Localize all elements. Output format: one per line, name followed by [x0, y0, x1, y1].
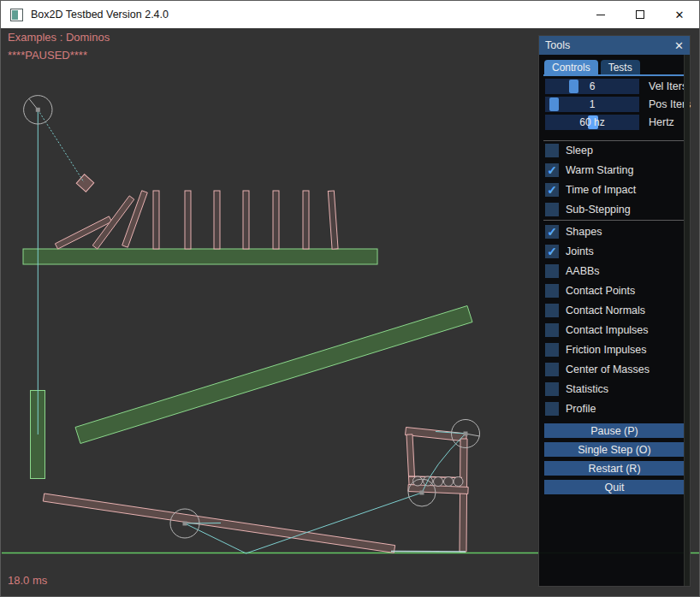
- check-icon: ✓: [547, 164, 557, 176]
- checkbox-box[interactable]: ✓: [545, 304, 559, 317]
- tab-tests[interactable]: Tests: [601, 60, 640, 74]
- cradle-balls[interactable]: [413, 476, 464, 487]
- checkbox-profile[interactable]: ✓ Profile: [545, 402, 596, 416]
- checkbox-box[interactable]: ✓: [545, 402, 559, 416]
- standing-domino[interactable]: [214, 191, 220, 249]
- panel-scrollbar[interactable]: [684, 55, 690, 586]
- app-icon: [10, 9, 23, 21]
- cradle-right-post[interactable]: [460, 439, 467, 552]
- slider-track[interactable]: 60 hz: [545, 115, 639, 130]
- checkbox-contact-points[interactable]: ✓ Contact Points: [545, 284, 635, 298]
- checkbox-joints[interactable]: ✓ Joints: [545, 245, 594, 258]
- checkbox-box[interactable]: ✓: [545, 343, 559, 357]
- standing-domino[interactable]: [153, 191, 159, 249]
- checkbox-box[interactable]: ✓: [545, 183, 559, 197]
- checkbox-label: Contact Impulses: [566, 324, 649, 336]
- checkbox-box[interactable]: ✓: [545, 323, 559, 337]
- checkbox-box[interactable]: ✓: [545, 225, 559, 239]
- seesaw-joint: [185, 523, 221, 524]
- ground-accent-line: [391, 552, 466, 553]
- checkbox-label: Profile: [566, 403, 596, 415]
- quit-button[interactable]: Quit: [544, 480, 685, 494]
- checkbox-contact-impulses[interactable]: ✓ Contact Impulses: [545, 323, 649, 337]
- checkbox-aabbs[interactable]: ✓ AABBs: [545, 264, 600, 278]
- title-bar: Box2D Testbed Version 2.4.0 ✕: [1, 1, 699, 28]
- example-label: Examples : Dominos: [8, 31, 110, 44]
- checkbox-warm-starting[interactable]: ✓ Warm Starting: [545, 163, 633, 177]
- tab-controls[interactable]: Controls: [544, 60, 598, 74]
- checkbox-statistics[interactable]: ✓ Statistics: [545, 382, 608, 396]
- tools-panel: Tools ✕ Controls Tests 6 Vel Iters 1: [538, 35, 691, 587]
- paused-label: ****PAUSED****: [8, 49, 87, 62]
- tab-bar: Controls Tests: [544, 60, 640, 74]
- minimize-button[interactable]: [581, 1, 620, 28]
- checkbox-box[interactable]: ✓: [545, 245, 559, 258]
- checkbox-label: Sub-Stepping: [566, 204, 631, 216]
- standing-domino[interactable]: [328, 191, 338, 249]
- standing-domino[interactable]: [303, 191, 309, 249]
- separator: [543, 140, 689, 141]
- standing-domino[interactable]: [243, 191, 249, 249]
- checkbox-label: Friction Impulses: [566, 344, 646, 356]
- slider-label: Hertz: [649, 116, 674, 128]
- checkbox-box[interactable]: ✓: [545, 382, 559, 396]
- checkbox-box[interactable]: ✓: [545, 264, 559, 278]
- checkbox-label: Sleep: [566, 145, 593, 157]
- standing-domino[interactable]: [273, 191, 279, 249]
- checkbox-box[interactable]: ✓: [545, 203, 559, 216]
- cradle-left-post[interactable]: [406, 434, 415, 485]
- minimize-icon: [596, 15, 605, 15]
- close-icon: ✕: [675, 9, 685, 21]
- slider-track[interactable]: 6: [545, 79, 639, 94]
- slider-track[interactable]: 1: [545, 97, 639, 112]
- pause-button[interactable]: Pause (P): [544, 423, 685, 438]
- domino-platform: [23, 249, 377, 264]
- restart-button[interactable]: Restart (R): [544, 461, 685, 476]
- window-title: Box2D Testbed Version 2.4.0: [31, 9, 169, 21]
- slider-value: 60 hz: [545, 115, 639, 130]
- checkbox-label: Center of Masses: [566, 364, 650, 375]
- checkbox-label: Time of Impact: [566, 184, 636, 196]
- checkbox-box[interactable]: ✓: [545, 284, 559, 298]
- checkbox-center-of-masses[interactable]: ✓ Center of Masses: [545, 363, 650, 376]
- check-icon: ✓: [547, 226, 557, 238]
- tab-underline: [543, 74, 689, 76]
- standing-domino[interactable]: [185, 191, 191, 249]
- maximize-icon: [636, 10, 644, 19]
- slider-vel-iters: 6 Vel Iters: [545, 79, 687, 94]
- pendulum-rope-joint: [38, 109, 84, 182]
- single-step-button[interactable]: Single Step (O): [544, 442, 685, 457]
- close-button[interactable]: ✕: [660, 1, 699, 28]
- cradle-ball[interactable]: [454, 477, 463, 487]
- checkbox-sleep[interactable]: ✓ Sleep: [545, 144, 593, 157]
- checkbox-sub-stepping[interactable]: ✓ Sub-Stepping: [545, 203, 631, 216]
- checkbox-shapes[interactable]: ✓ Shapes: [545, 225, 602, 239]
- checkbox-label: Contact Normals: [566, 304, 645, 316]
- app-window: Box2D Testbed Version 2.4.0 ✕: [0, 0, 700, 597]
- checkbox-label: Contact Points: [566, 285, 635, 297]
- pendulum-box[interactable]: [76, 174, 94, 192]
- checkbox-label: Shapes: [566, 226, 602, 238]
- slider-hertz: 60 hz Hertz: [545, 115, 674, 130]
- cradle-top-bar[interactable]: [406, 428, 467, 442]
- cradle-ball[interactable]: [434, 477, 443, 487]
- slider-value: 6: [545, 79, 639, 94]
- standing-dominos[interactable]: [153, 191, 338, 249]
- checkbox-label: Warm Starting: [566, 164, 633, 176]
- checkbox-box[interactable]: ✓: [545, 163, 559, 177]
- checkbox-friction-impulses[interactable]: ✓ Friction Impulses: [545, 343, 646, 357]
- checkbox-label: Statistics: [566, 383, 608, 395]
- checkbox-label: AABBs: [566, 265, 600, 277]
- checkbox-box[interactable]: ✓: [545, 363, 559, 376]
- slider-pos-iters: 1 Pos Iters: [545, 97, 691, 112]
- frame-time-label: 18.0 ms: [8, 574, 47, 587]
- checkbox-time-of-impact[interactable]: ✓ Time of Impact: [545, 183, 636, 197]
- check-icon: ✓: [547, 184, 557, 196]
- checkbox-contact-normals[interactable]: ✓ Contact Normals: [545, 304, 645, 317]
- fallen-domino[interactable]: [122, 191, 148, 247]
- fallen-dominos[interactable]: [55, 191, 147, 249]
- checkbox-label: Joints: [566, 245, 594, 257]
- maximize-button[interactable]: [620, 1, 660, 28]
- cradle-ball[interactable]: [444, 477, 454, 487]
- checkbox-box[interactable]: ✓: [545, 144, 559, 157]
